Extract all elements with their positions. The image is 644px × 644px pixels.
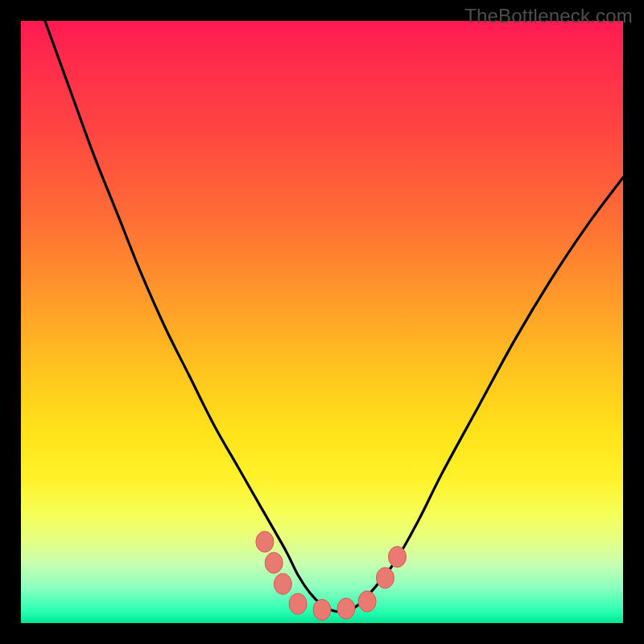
bottleneck-curve [45, 21, 623, 612]
curve-marker [337, 598, 355, 619]
curve-marker [313, 600, 331, 621]
curve-marker [289, 593, 307, 614]
watermark-text: TheBottleneck.com [464, 5, 633, 27]
curve-marker [377, 568, 394, 588]
curve-marker [274, 573, 291, 594]
curve-marker [358, 591, 376, 612]
curve-marker [256, 531, 274, 552]
curve-markers [256, 531, 407, 621]
outer-frame: TheBottleneck.com [0, 0, 644, 644]
gradient-plot-area [21, 21, 623, 623]
curve-layer [21, 21, 623, 623]
curve-marker [265, 552, 283, 573]
curve-marker [389, 547, 407, 568]
